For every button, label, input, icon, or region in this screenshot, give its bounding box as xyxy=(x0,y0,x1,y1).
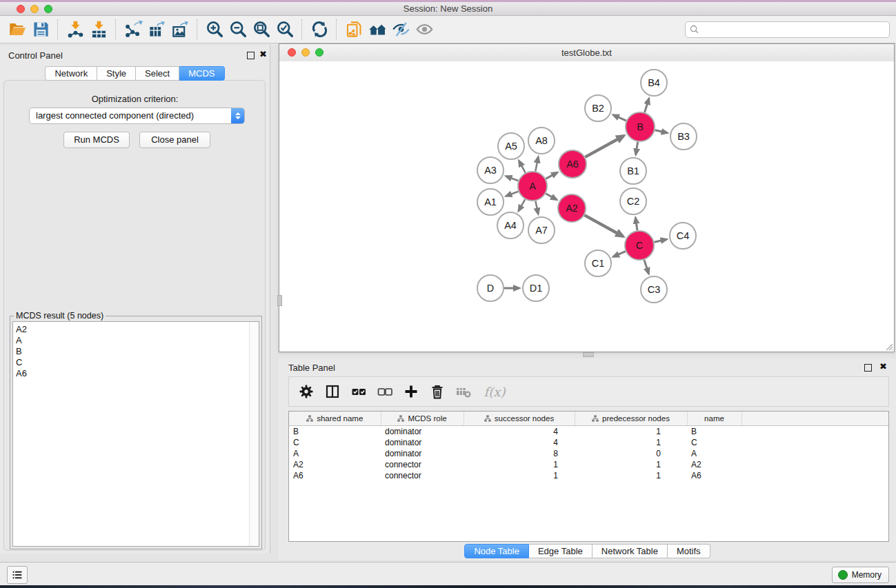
float-panel-icon[interactable] xyxy=(247,52,255,59)
graph-node-D[interactable]: D xyxy=(477,275,504,301)
graph-node-C4[interactable]: C4 xyxy=(670,223,696,249)
table-settings-button[interactable] xyxy=(295,380,318,403)
tab-motifs[interactable]: Motifs xyxy=(668,544,710,558)
zoom-fit-button[interactable] xyxy=(250,18,273,41)
show-selected-button[interactable] xyxy=(412,18,436,41)
result-list-item[interactable]: A2 xyxy=(16,324,249,335)
graph-node-B3[interactable]: B3 xyxy=(670,123,697,150)
graph-edge-A6-B[interactable] xyxy=(585,136,624,157)
graph-edge-C-C4[interactable] xyxy=(654,239,666,242)
result-list-item[interactable]: C xyxy=(16,357,249,368)
hide-selected-button[interactable] xyxy=(389,18,412,41)
graph-node-A4[interactable]: A4 xyxy=(497,212,524,239)
column-header-mcds-role[interactable]: MCDS role xyxy=(381,412,464,426)
graph-edge-B-B3[interactable] xyxy=(655,130,667,133)
table-row[interactable]: Adominator80A xyxy=(289,448,888,459)
tab-edge-table[interactable]: Edge Table xyxy=(529,544,593,558)
graph-edge-C-C3[interactable] xyxy=(644,260,649,274)
tab-mcds[interactable]: MCDS xyxy=(179,66,224,81)
network-canvas[interactable]: AA1A2A3A4A5A6A7A8BB1B2B3B4CC1C2C3C4DD1 xyxy=(279,61,894,352)
graph-node-A2[interactable]: A2 xyxy=(558,194,586,222)
tab-network[interactable]: Network xyxy=(45,66,97,81)
criterion-dropdown[interactable]: largest connected component (directed) xyxy=(29,108,245,124)
deselect-all-columns-button[interactable] xyxy=(373,380,397,403)
save-session-button[interactable] xyxy=(29,18,52,41)
delete-table-button[interactable] xyxy=(452,380,475,403)
result-list-item[interactable]: A6 xyxy=(16,368,249,379)
split-panel-button[interactable] xyxy=(321,380,344,403)
divider-handle-horizontal[interactable] xyxy=(583,352,594,357)
column-header-name[interactable]: name xyxy=(687,412,741,426)
column-header-predecessor-nodes[interactable]: predecessor nodes xyxy=(575,412,687,426)
zoom-selected-button[interactable] xyxy=(273,18,297,41)
graph-node-B1[interactable]: B1 xyxy=(620,158,646,184)
search-field[interactable] xyxy=(685,21,890,38)
table-row[interactable]: Bdominator41B xyxy=(289,426,888,438)
graph-node-A7[interactable]: A7 xyxy=(528,217,555,243)
clone-network-button[interactable] xyxy=(342,18,366,41)
graph-edge-C-C2[interactable] xyxy=(635,218,637,230)
tab-node-table[interactable]: Node Table xyxy=(464,544,529,558)
graph-node-D1[interactable]: D1 xyxy=(523,275,549,301)
search-input[interactable] xyxy=(699,25,889,34)
export-table-button[interactable] xyxy=(145,18,168,41)
close-table-panel-icon[interactable]: ✖ xyxy=(879,363,887,370)
graph-edge-B-B1[interactable] xyxy=(636,142,638,155)
float-table-panel-icon[interactable] xyxy=(864,364,872,372)
table-row[interactable]: A2connector11A2 xyxy=(289,459,888,470)
window-resize-grip[interactable] xyxy=(884,341,893,351)
graph-edge-A-A5[interactable] xyxy=(519,161,525,172)
graph-edge-B-B2[interactable] xyxy=(613,115,626,121)
delete-column-button[interactable] xyxy=(426,380,449,403)
add-column-button[interactable] xyxy=(399,380,423,403)
graph-edge-A-A2[interactable] xyxy=(546,194,557,200)
tab-network-table[interactable]: Network Table xyxy=(593,544,668,558)
tab-select[interactable]: Select xyxy=(136,66,179,81)
graph-edge-A2-C[interactable] xyxy=(584,215,623,236)
column-header-successor-nodes[interactable]: successor nodes xyxy=(464,412,575,426)
graph-node-C[interactable]: C xyxy=(625,231,654,260)
result-list-item[interactable]: A xyxy=(16,335,249,346)
graph-node-A1[interactable]: A1 xyxy=(477,189,504,215)
graph-edge-B-B4[interactable] xyxy=(645,99,649,112)
show-all-networks-button[interactable] xyxy=(366,18,389,41)
task-history-button[interactable] xyxy=(7,566,28,584)
graph-node-C3[interactable]: C3 xyxy=(641,276,667,303)
close-panel-icon[interactable]: ✖ xyxy=(259,51,267,58)
column-header-shared-name[interactable]: shared name xyxy=(289,412,381,426)
graph-edge-A-A7[interactable] xyxy=(535,201,538,214)
graph-edge-C-C1[interactable] xyxy=(613,252,626,257)
run-mcds-button[interactable]: Run MCDS xyxy=(63,132,130,148)
tab-style[interactable]: Style xyxy=(97,66,136,81)
divider-handle-vertical[interactable] xyxy=(277,295,282,306)
import-network-button[interactable] xyxy=(63,18,87,41)
zoom-in-button[interactable] xyxy=(203,18,226,41)
graph-node-A5[interactable]: A5 xyxy=(498,133,524,159)
graph-node-A8[interactable]: A8 xyxy=(528,128,555,154)
graph-node-A[interactable]: A xyxy=(518,172,547,201)
graph-node-A3[interactable]: A3 xyxy=(477,157,504,183)
graph-node-B2[interactable]: B2 xyxy=(585,95,611,121)
graph-node-C1[interactable]: C1 xyxy=(585,250,611,276)
export-network-button[interactable] xyxy=(121,18,145,41)
select-all-columns-button[interactable] xyxy=(347,380,370,403)
open-file-button[interactable] xyxy=(6,18,29,41)
graph-edge-A-A8[interactable] xyxy=(535,157,538,172)
graph-node-B[interactable]: B xyxy=(626,112,655,141)
graph-edge-A-A4[interactable] xyxy=(519,199,525,211)
table-row[interactable]: A6connector11A6 xyxy=(289,470,888,481)
apply-layout-button[interactable] xyxy=(308,18,331,41)
graph-node-A6[interactable]: A6 xyxy=(559,150,586,178)
mcds-result-list[interactable]: A2ABCA6 xyxy=(13,322,249,546)
function-builder-button[interactable]: f(x) xyxy=(478,380,511,403)
memory-button[interactable]: Memory xyxy=(832,567,889,583)
close-panel-button[interactable]: Close panel xyxy=(139,132,210,148)
table-row[interactable]: Cdominator41C xyxy=(289,437,888,448)
result-list-scrollbar[interactable] xyxy=(249,322,259,546)
network-window-titlebar[interactable]: testGlobe.txt xyxy=(279,44,894,62)
graph-edge-A-A6[interactable] xyxy=(546,172,557,179)
result-list-item[interactable]: B xyxy=(16,346,249,357)
export-image-button[interactable] xyxy=(168,18,192,41)
import-table-button[interactable] xyxy=(87,18,110,41)
graph-node-C2[interactable]: C2 xyxy=(620,188,646,214)
